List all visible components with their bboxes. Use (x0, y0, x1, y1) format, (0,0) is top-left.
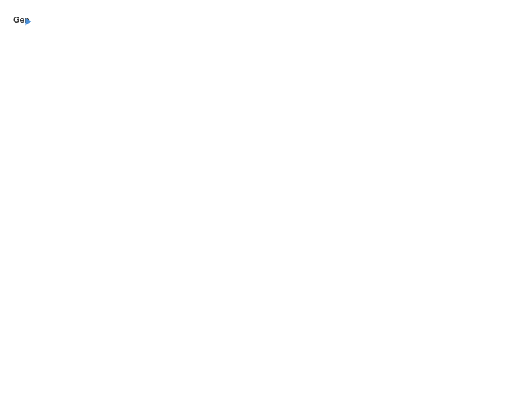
logo: Gen (13, 13, 35, 32)
page-header: Gen (13, 13, 519, 32)
logo-icon: Gen (13, 13, 32, 32)
